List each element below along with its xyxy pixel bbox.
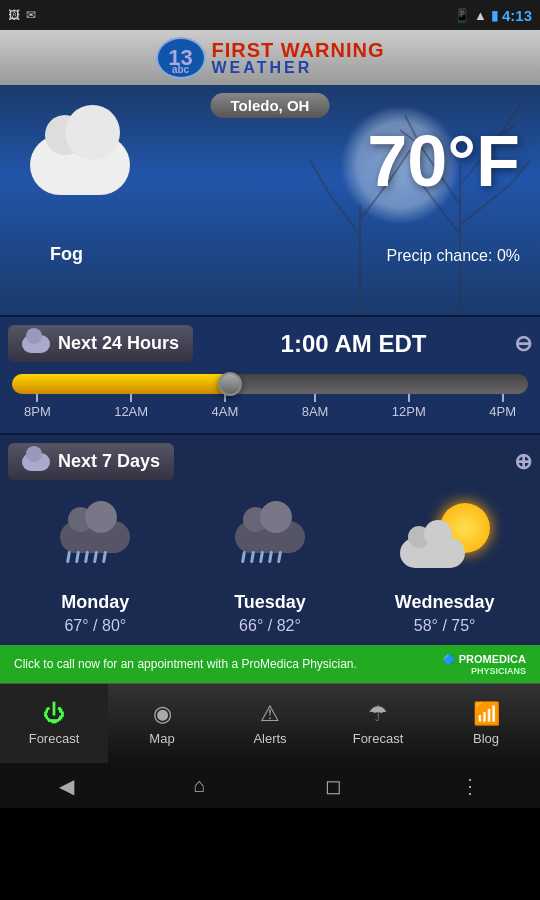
status-icons-right: 📱 ▲ ▮ 4:13 (454, 7, 532, 24)
plus-icon[interactable]: ⊕ (514, 449, 532, 475)
pill-cloud-icon-2 (22, 453, 50, 471)
svg-line-12 (330, 195, 360, 235)
nav-item-map[interactable]: ◉ Map (108, 684, 216, 763)
tick-4pm: 4PM (489, 394, 516, 419)
nav-label-blog: Blog (473, 731, 499, 746)
wednesday-temps: 58° / 75° (414, 617, 476, 635)
slider-fill (12, 374, 229, 394)
temperature-display: 70°F (367, 120, 520, 202)
day-card-monday[interactable]: Monday 67° / 80° (40, 498, 150, 635)
tick-label-12am: 12AM (114, 404, 148, 419)
brand-name: FIRST WARNING WEATHER (212, 40, 385, 76)
wednesday-label: Wednesday (395, 592, 495, 613)
promedica-logo: 🔷 PROMEDICA PHYSICIANS (442, 653, 526, 676)
next7days-title: Next 7 Days (58, 451, 160, 472)
nav-label-forecast1: Forecast (29, 731, 80, 746)
minus-icon[interactable]: ⊖ (514, 331, 532, 357)
recent-button[interactable]: ◻ (325, 774, 342, 798)
tick-8pm: 8PM (24, 394, 51, 419)
nav-item-forecast1[interactable]: ⏻ Forecast (0, 684, 108, 763)
nav-item-alerts[interactable]: ⚠ Alerts (216, 684, 324, 763)
tick-line (408, 394, 410, 402)
logo: 13 abc FIRST WARNING WEATHER (156, 37, 385, 79)
days-grid: Monday 67° / 80° Tuesday 66° / 82° (0, 488, 540, 645)
precip-label: Precip chance: 0% (387, 247, 520, 265)
ad-banner[interactable]: Click to call now for an appointment wit… (0, 645, 540, 683)
brand-line2: WEATHER (212, 60, 313, 76)
forecast-icon: ⏻ (43, 701, 65, 727)
clock: 4:13 (502, 7, 532, 24)
tick-label-4am: 4AM (212, 404, 239, 419)
rain-cloud-monday (55, 508, 135, 563)
battery-icon: ▮ (491, 8, 498, 23)
ad-text: Click to call now for an appointment wit… (14, 657, 432, 671)
tick-line (314, 394, 316, 402)
rain-cloud-tuesday (230, 508, 310, 563)
current-time-display: 1:00 AM EDT (281, 330, 427, 358)
image-icon: 🖼 (8, 8, 20, 22)
home-button[interactable]: ⌂ (193, 774, 205, 797)
nav-label-forecast2: Forecast (353, 731, 404, 746)
brand-line1: FIRST WARNING (212, 40, 385, 60)
tick-line (36, 394, 38, 402)
back-button[interactable]: ◀ (59, 774, 74, 798)
wifi-icon: ▲ (474, 8, 487, 23)
tick-label-12pm: 12PM (392, 404, 426, 419)
tick-line (130, 394, 132, 402)
tuesday-weather-icon (215, 498, 325, 588)
weather-cloud-icon (30, 135, 130, 195)
tick-12pm: 12PM (392, 394, 426, 419)
promedica-sub: PHYSICIANS (442, 666, 526, 676)
location-badge: Toledo, OH (211, 93, 330, 118)
channel-logo: 13 abc (156, 37, 206, 79)
slider-thumb[interactable] (218, 372, 242, 396)
phone-icon: 📱 (454, 8, 470, 23)
tick-label-4pm: 4PM (489, 404, 516, 419)
tuesday-label: Tuesday (234, 592, 306, 613)
email-icon: ✉ (26, 8, 36, 22)
more-button[interactable]: ⋮ (460, 774, 480, 798)
next24h-title: Next 24 Hours (58, 333, 179, 354)
time-slider-container[interactable]: 8PM 12AM 4AM 8AM 12PM 4PM (0, 370, 540, 433)
section-7days-header: Next 7 Days ⊕ (0, 435, 540, 488)
tick-4am: 4AM (212, 394, 239, 419)
location-text: Toledo, OH (231, 97, 310, 114)
weather-main: Toledo, OH 70°F Fog Precip chance: 0% (0, 85, 540, 315)
slider-track[interactable] (12, 374, 528, 394)
day-card-wednesday[interactable]: Wednesday 58° / 75° (390, 498, 500, 635)
header-bar: 13 abc FIRST WARNING WEATHER (0, 30, 540, 85)
nav-item-blog[interactable]: 📶 Blog (432, 684, 540, 763)
system-nav: ◀ ⌂ ◻ ⋮ (0, 763, 540, 808)
nav-label-alerts: Alerts (253, 731, 286, 746)
tick-8am: 8AM (302, 394, 329, 419)
next24h-title-pill[interactable]: Next 24 Hours (8, 325, 193, 362)
monday-label: Monday (61, 592, 129, 613)
partial-cloud (400, 538, 465, 568)
blog-icon: 📶 (473, 701, 500, 727)
nav-item-forecast2[interactable]: ☂ Forecast (324, 684, 432, 763)
monday-weather-icon (40, 498, 150, 588)
status-icons-left: 🖼 ✉ (8, 8, 36, 22)
nav-label-map: Map (149, 731, 174, 746)
wednesday-weather-icon (390, 498, 500, 588)
promedica-brand: 🔷 PROMEDICA (442, 653, 526, 666)
condition-label: Fog (50, 244, 83, 265)
next7days-title-pill[interactable]: Next 7 Days (8, 443, 174, 480)
svg-line-14 (310, 160, 330, 195)
map-icon: ◉ (153, 701, 172, 727)
pill-cloud-icon (22, 335, 50, 353)
slider-ticks: 8PM 12AM 4AM 8AM 12PM 4PM (12, 394, 528, 419)
sun-cloud-wednesday (400, 503, 490, 573)
alerts-icon: ⚠ (260, 701, 280, 727)
section-24h: Next 24 Hours 1:00 AM EDT ⊖ 8PM 12AM 4AM (0, 315, 540, 433)
tick-label-8am: 8AM (302, 404, 329, 419)
day-card-tuesday[interactable]: Tuesday 66° / 82° (215, 498, 325, 635)
tick-12am: 12AM (114, 394, 148, 419)
network-label: abc (172, 64, 189, 75)
status-bar: 🖼 ✉ 📱 ▲ ▮ 4:13 (0, 0, 540, 30)
section-7days: Next 7 Days ⊕ Monday 67° / 80° (0, 433, 540, 645)
forecast2-icon: ☂ (368, 701, 388, 727)
section-24h-header: Next 24 Hours 1:00 AM EDT ⊖ (0, 317, 540, 370)
cloud-shape (30, 135, 130, 195)
bottom-nav: ⏻ Forecast ◉ Map ⚠ Alerts ☂ Forecast 📶 B… (0, 683, 540, 763)
